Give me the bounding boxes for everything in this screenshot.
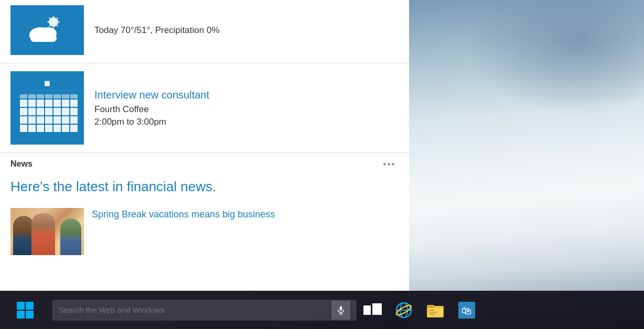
start-button[interactable] [0,291,50,329]
news-more-button[interactable] [379,161,399,168]
svg-rect-16 [26,311,34,319]
dot-icon [383,163,386,166]
svg-rect-17 [340,306,342,310]
svg-line-7 [57,17,58,19]
svg-rect-29 [429,314,435,315]
news-header: News [0,153,409,173]
thumb-person1 [13,216,34,255]
task-view-button[interactable] [357,295,388,324]
news-headline[interactable]: Here's the latest in financial news. [0,173,409,204]
weather-temp: Today 70°/51°, Precipitation 0% [94,25,220,36]
taskbar: 🛍 [0,291,644,329]
svg-line-8 [49,25,51,26]
windows-logo-icon [16,301,35,320]
article-link[interactable]: Spring Break vacations means big busines… [92,209,275,220]
microphone-icon [336,305,346,315]
dot-icon [388,163,390,166]
svg-rect-13 [17,302,25,310]
thumb-image [10,208,84,255]
thumb-person2 [31,213,55,255]
file-explorer-icon [426,301,445,320]
svg-line-6 [57,25,58,26]
svg-line-5 [49,17,51,19]
weather-icon [26,15,68,46]
news-section: News Here's the latest in financial news… [0,153,409,291]
internet-explorer-icon [394,301,413,320]
event-title[interactable]: Interview new consultant [94,89,209,101]
news-section-title: News [10,159,33,169]
calendar-info: Interview new consultant Fourth Coffee 2… [94,89,209,127]
event-location: Fourth Coffee [94,104,209,115]
store-icon: 🛍 [457,301,476,320]
svg-rect-27 [429,310,434,311]
thumb-person3 [60,218,81,255]
mountain-overlay [409,0,644,329]
weather-info: Today 70°/51°, Precipitation 0% [94,25,220,36]
dot-icon [392,163,394,166]
svg-rect-25 [427,305,434,308]
search-bar[interactable] [52,300,357,321]
internet-explorer-button[interactable] [388,295,420,324]
task-view-icon [363,305,382,315]
calendar-section: ▦ Interview new consultant Fourth Coffee… [0,63,409,153]
start-panel: Today 70°/51°, Precipitation 0% ▦ Interv… [0,0,409,291]
svg-rect-28 [429,312,437,313]
microphone-button[interactable] [331,301,350,320]
calendar-tile[interactable]: ▦ [10,71,84,145]
article-text: Spring Break vacations means big busines… [92,208,399,221]
svg-rect-14 [26,302,34,310]
svg-rect-15 [17,311,25,319]
svg-text:🛍: 🛍 [461,305,472,316]
news-article: Spring Break vacations means big busines… [0,204,409,259]
event-time: 2:00pm to 3:00pm [94,117,209,127]
svg-rect-12 [30,35,57,42]
weather-section: Today 70°/51°, Precipitation 0% [0,0,409,63]
store-button[interactable]: 🛍 [451,295,482,324]
search-input[interactable] [59,305,331,314]
weather-tile[interactable] [10,5,84,55]
file-explorer-button[interactable] [420,295,451,324]
article-thumbnail [10,208,84,255]
